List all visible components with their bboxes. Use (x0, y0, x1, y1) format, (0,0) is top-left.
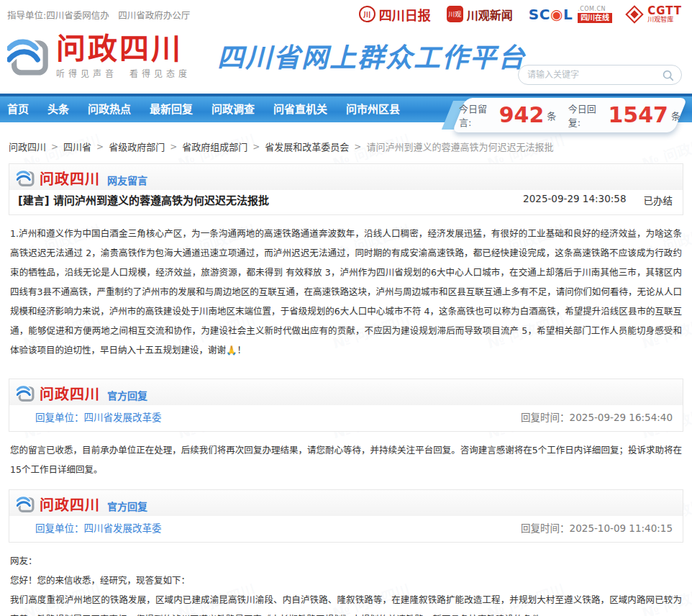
today-messages-label: 今日留言: (459, 101, 496, 129)
reply1-section-label: 官方回复 (107, 388, 147, 402)
page: № 问政四川№ 问政四川№ 问政四川№ 问政四川№ 问政四川№ 问政四川№ 问政… (0, 0, 692, 616)
cgtt-wordmark: CGTT (647, 5, 682, 17)
breadcrumb-home[interactable]: 问政四川 (9, 140, 46, 153)
brand-tagline: 听得见声音 看得见态度 (56, 67, 191, 79)
today-replies-count: 1547 (608, 104, 668, 126)
wzsc-logo-icon (17, 384, 35, 402)
reply1-header: 问政四川 官方回复 (9, 379, 683, 405)
breadcrumb-gov-depts[interactable]: 省政府组成部门 (182, 140, 247, 153)
chuanguan-news-label: 川观新闻 (467, 6, 513, 23)
breadcrumb-separator: > (51, 142, 58, 152)
scol-logo[interactable]: SC◉L .COM.CN 四川在线 (529, 6, 612, 23)
message-card-header: 问政四川 网友留言 (9, 164, 683, 190)
breadcrumb-separator: > (170, 142, 177, 152)
message-meta: 2025-09-29 14:30:58 已办结 (523, 193, 673, 207)
breadcrumb: 问政四川 > 四川省 > 省级政府部门 > 省政府组成部门 > 省发展和改革委员… (0, 140, 692, 153)
top-bar: 指导单位:四川省委网信办 四川省政府办公厅 川 四川日报 川观 川观新闻 SC◉… (0, 0, 692, 29)
brand-block: 问政四川 听得见声音 看得见态度 (56, 33, 191, 79)
sichuan-daily-label: 四川日报 (379, 5, 431, 24)
sichuan-daily-icon: 川 (359, 6, 375, 22)
nav-item-headlines[interactable]: 头条 (47, 96, 69, 122)
reply2-header: 问政四川 官方回复 (9, 490, 683, 516)
reply2-unit: 回复单位：四川省发展改革委 (35, 520, 162, 535)
breadcrumb-ndrc[interactable]: 省发展和改革委员会 (265, 140, 349, 153)
nav-item-provincial-organs[interactable]: 问省直机关 (273, 96, 327, 122)
cgtt-diamond-icon (625, 5, 643, 23)
nav-item-hot-topics[interactable]: 问政热点 (88, 96, 131, 122)
main-nav-bar: 首页 头条 问政热点 最新回复 问政调查 问省直机关 问市州区县 今日留言: 9… (0, 94, 692, 122)
message-status-badge: 已办结 (644, 193, 673, 207)
today-stats-ribbon: 今日留言: 942 条 今日回复: 1547 条 (459, 98, 680, 132)
scol-domain-label: .COM.CN (578, 6, 606, 12)
message-card: 问政四川 网友留言 [建言] 请问泸州到遵义的蓉遵高铁为何迟迟无法报批 2025… (9, 163, 683, 215)
today-replies-unit: 条 (671, 109, 680, 122)
scol-site-label: 四川在线 (578, 13, 612, 23)
message-body: 1.泸州和遵义作为中国白酒金三角核心产区，为一条沟通两地的高速铁路通道奔波数年，… (9, 215, 683, 364)
message-time: 2025-09-29 14:30:58 (523, 193, 626, 207)
message-title-row: [建言] 请问泸州到遵义的蓉遵高铁为何迟迟无法报批 2025-09-29 14:… (9, 190, 683, 214)
reply1-body: 您的留言已收悉，目前承办单位正在处理，后续我们将再次回复办理结果，请您耐心等待，… (9, 432, 683, 484)
reply1-card: 问政四川 官方回复 回复单位：四川省发展改革委 回复时间：2025-09-29 … (9, 379, 683, 432)
breadcrumb-province[interactable]: 四川省 (63, 140, 91, 153)
cgtt-logo[interactable]: CGTT 川观智库 (628, 5, 682, 24)
guidance-units-text: 指导单位:四川省委网信办 四川省政府办公厅 (7, 8, 190, 22)
message-title: [建言] 请问泸州到遵义的蓉遵高铁为何迟迟无法报批 (18, 192, 269, 207)
breadcrumb-separator: > (96, 142, 104, 152)
breadcrumb-separator: > (252, 142, 260, 152)
reply2-paragraph: 网友： (10, 551, 682, 571)
breadcrumb-provincial-depts[interactable]: 省级政府部门 (109, 140, 165, 153)
reply2-body: 网友： 您好！您的来信收悉，经研究，现答复如下： 我们高度重视泸州地区的铁路发展… (9, 543, 683, 616)
chuanguan-news-logo[interactable]: 川观 川观新闻 (447, 6, 513, 23)
reply1-unit: 回复单位：四川省发展改革委 (35, 409, 162, 424)
scol-wordmark: SC◉L (529, 6, 573, 23)
breadcrumb-separator: > (354, 142, 361, 152)
platform-slogan: 四川省网上群众工作平台 (217, 36, 526, 75)
nav-item-city-counties[interactable]: 问市州区县 (346, 96, 400, 122)
card-brand: 问政四川 (40, 494, 100, 515)
reply2-card: 问政四川 官方回复 回复单位：四川省发展改革委 回复时间：2025-10-09 … (9, 489, 683, 543)
reply1-unit-row: 回复单位：四川省发展改革委 回复时间：2025-09-29 16:54:40 (9, 405, 683, 431)
today-messages-unit: 条 (547, 109, 556, 122)
reply2-unit-row: 回复单位：四川省发展改革委 回复时间：2025-10-09 11:40:15 (9, 516, 683, 542)
card-brand: 问政四川 (40, 168, 100, 189)
reply2-time: 回复时间：2025-10-09 11:40:15 (521, 520, 673, 535)
nav-item-latest-replies[interactable]: 最新回复 (150, 96, 193, 122)
breadcrumb-current: 请问泸州到遵义的蓉遵高铁为何迟迟无法报批 (366, 140, 553, 153)
search-icon[interactable] (662, 69, 674, 81)
brand-title: 问政四川 (56, 33, 191, 65)
reply2-paragraph: 您好！您的来信收悉，经研究，现答复如下： (10, 571, 682, 590)
nav-item-surveys[interactable]: 问政调查 (211, 96, 255, 122)
search-input[interactable] (526, 69, 657, 81)
nav-item-home[interactable]: 首页 (7, 96, 29, 122)
scol-sub: .COM.CN 四川在线 (578, 6, 612, 23)
cgtt-sub-label: 川观智库 (647, 17, 682, 24)
reply2-section-label: 官方回复 (107, 499, 147, 513)
card-brand: 问政四川 (40, 383, 100, 404)
today-messages-count: 942 (499, 104, 545, 126)
scol-globe-icon: ◉ (550, 6, 563, 23)
today-replies-label: 今日回复: (568, 101, 606, 129)
cgtt-labels: CGTT 川观智库 (647, 5, 682, 24)
main-content: 问政四川 网友留言 [建言] 请问泸州到遵义的蓉遵高铁为何迟迟无法报批 2025… (0, 153, 692, 616)
search-box (518, 65, 682, 85)
reply1-time: 回复时间：2025-09-29 16:54:40 (521, 409, 673, 424)
sichuan-daily-logo[interactable]: 川 四川日报 (359, 5, 431, 24)
wzsc-logo-icon (17, 169, 35, 187)
message-section-label: 网友留言 (107, 173, 147, 187)
reply2-paragraph: 我们高度重视泸州地区的铁路发展，区域内已建成渝昆高铁川渝段、内自泸铁路、隆叙铁路… (10, 590, 682, 616)
partner-logos: 川 四川日报 川观 川观新闻 SC◉L .COM.CN 四川在线 CGTT 川观… (359, 5, 682, 24)
stats-content: 今日留言: 942 条 今日回复: 1547 条 (459, 98, 680, 132)
wzsc-logo-icon (17, 495, 35, 513)
site-logo[interactable]: 问政四川 听得见声音 看得见态度 (7, 33, 191, 79)
chuanguan-badge-icon: 川观 (447, 6, 463, 22)
wzsc-logo-icon (7, 35, 49, 77)
site-header: 问政四川 听得见声音 看得见态度 四川省网上群众工作平台 (0, 29, 692, 94)
